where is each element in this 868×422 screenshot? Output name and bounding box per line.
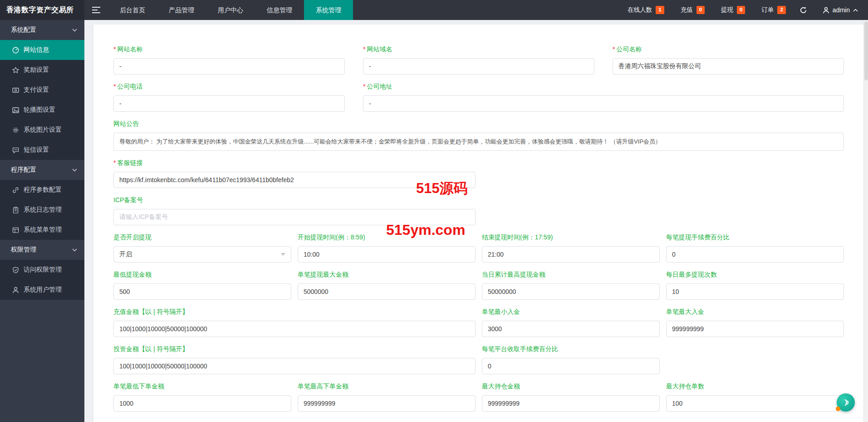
nav-item-system-active[interactable]: 系统管理 [304, 0, 353, 20]
required-asterisk: * [113, 159, 116, 166]
stat-orders[interactable]: 订单 2 [761, 6, 785, 14]
stat-withdraw[interactable]: 提现 0 [721, 6, 745, 14]
field-label: 网站公告 [113, 120, 844, 129]
notification-dot [836, 407, 840, 411]
sidebar-group-permissions[interactable]: 权限管理 [0, 240, 84, 260]
sidebar-item-system-images[interactable]: 系统图片设置 [0, 120, 84, 140]
sidebar-item-banner-settings[interactable]: 轮播图设置 [0, 100, 84, 120]
field-position-max-amount: 最大持仓金额 999999999 [482, 382, 660, 412]
company-phone-input[interactable]: - [113, 95, 345, 112]
sidebar-toggle-button[interactable] [84, 0, 108, 20]
user-menu[interactable]: admin [823, 0, 858, 20]
site-name-input[interactable]: - [113, 58, 345, 74]
sidebar-item-system-menus[interactable]: 系统菜单管理 [0, 220, 84, 240]
withdraw-start-input[interactable]: 10:00 [298, 246, 476, 263]
recharge-amounts-input[interactable]: 100|1000|10000|50000|100000 [113, 321, 476, 337]
log-icon [12, 207, 19, 213]
icp-placeholder: 请输入ICP备案号 [119, 213, 168, 221]
sidebar-item-program-params[interactable]: 程序参数配置 [0, 180, 84, 200]
invest-amounts-input[interactable]: 100|1000|10000|50000|100000 [113, 358, 476, 374]
nav-item-dashboard[interactable]: 后台首页 [108, 0, 157, 20]
deposit-min-input[interactable]: 3000 [482, 321, 660, 337]
deposit-max-input[interactable]: 999999999 [666, 321, 844, 337]
floating-service-button[interactable] [837, 393, 855, 412]
order-min-input[interactable]: 1000 [113, 395, 291, 412]
field-label: *公司地址 [363, 83, 844, 92]
sidebar-item-label: 奖励设置 [24, 66, 49, 74]
chevron-down-icon [72, 169, 77, 172]
position-max-count-input[interactable]: 100 [666, 395, 844, 412]
sidebar-item-label: 系统用户管理 [24, 286, 62, 294]
field-label: *公司电话 [113, 83, 345, 92]
sidebar-item-reward-settings[interactable]: 奖励设置 [0, 60, 84, 80]
sidebar-item-label: 系统图片设置 [24, 126, 62, 134]
withdraw-max-per-input[interactable]: 5000000 [298, 283, 476, 300]
sidebar-item-access-permissions[interactable]: 访问权限管理 [0, 260, 84, 280]
field-platform-fee-pct: 每笔平台收取手续费百分比 0 [482, 345, 660, 374]
field-label: 每笔提现手续费百分比 [666, 233, 844, 243]
field-label: 单笔最高下单金额 [298, 382, 476, 392]
required-asterisk: * [363, 83, 365, 90]
field-label: 充值金额【以 | 符号隔开】 [113, 308, 476, 317]
withdraw-fee-pct-input[interactable]: 0 [666, 246, 844, 263]
field-label: 最大持仓单数 [666, 382, 844, 392]
withdraw-enabled-select[interactable]: 开启 [113, 246, 291, 263]
topbar: 香港数字资产交易所 后台首页 产品管理 用户中心 信息管理 系统管理 在线人数 … [0, 0, 868, 20]
field-label: 单笔最小入金 [482, 308, 660, 317]
sidebar-item-payment-settings[interactable]: 支付设置 [0, 80, 84, 100]
gear-icon [12, 127, 19, 134]
refresh-button[interactable] [799, 0, 807, 20]
field-withdraw-enabled: 是否开启提现 开启 [113, 233, 291, 263]
field-label: *公司名称 [613, 45, 844, 55]
menu-layout-icon [12, 227, 19, 233]
main-content: *网站名称 - *网站域名 - *公司名称 香港周六福珠宝股份有限公司 *公司电… [84, 20, 868, 422]
field-label: 每日最多提现次数 [666, 271, 844, 280]
order-max-input[interactable]: 999999999 [298, 395, 476, 412]
sidebar-item-sms-settings[interactable]: 短信设置 [0, 140, 84, 160]
field-label: 最低提现金额 [113, 271, 291, 280]
company-name-input[interactable]: 香港周六福珠宝股份有限公司 [613, 58, 844, 74]
position-max-amount-input[interactable]: 999999999 [482, 395, 660, 412]
user-icon [823, 7, 829, 14]
username: admin [833, 6, 850, 14]
sidebar-item-label: 程序参数配置 [24, 186, 62, 194]
field-label: 最大持仓金额 [482, 382, 660, 392]
withdraw-daily-max-input[interactable]: 50000000 [482, 283, 660, 300]
sidebar-item-site-info[interactable]: 网站信息 [0, 40, 84, 60]
withdraw-end-input[interactable]: 21:00 [482, 246, 660, 263]
field-withdraw-fee-pct: 每笔提现手续费百分比 0 [666, 233, 844, 263]
sidebar-item-label: 短信设置 [24, 146, 49, 154]
withdraw-min-input[interactable]: 500 [113, 283, 291, 300]
withdraw-daily-times-input[interactable]: 10 [666, 283, 844, 300]
nav-item-info[interactable]: 信息管理 [255, 0, 304, 20]
sidebar-group-system-config[interactable]: 系统配置 [0, 20, 84, 40]
chevron-down-icon [72, 29, 77, 32]
scrollbar-thumb[interactable] [864, 21, 868, 80]
group-header-label: 权限管理 [11, 246, 36, 254]
sidebar-group-program-config[interactable]: 程序配置 [0, 160, 84, 180]
field-deposit-max: 单笔最大入金 999999999 [666, 308, 844, 337]
platform-fee-pct-input[interactable]: 0 [482, 358, 660, 374]
site-domain-input[interactable]: - [363, 58, 594, 74]
refresh-icon [799, 6, 807, 14]
select-caret-icon [281, 253, 285, 256]
nav-item-products[interactable]: 产品管理 [157, 0, 206, 20]
sound-waves-icon [840, 397, 851, 408]
stat-online-users[interactable]: 在线人数 1 [628, 6, 664, 14]
company-address-input[interactable]: - [363, 95, 844, 112]
sidebar-item-system-logs[interactable]: 系统日志管理 [0, 200, 84, 220]
watermark-515ym: 515ym.com [386, 222, 465, 238]
group-header-label: 程序配置 [11, 166, 36, 174]
link-icon [12, 187, 19, 194]
vertical-scrollbar[interactable] [863, 20, 868, 422]
image-icon [12, 107, 19, 114]
field-company-name: *公司名称 香港周六福珠宝股份有限公司 [613, 45, 844, 74]
sidebar-item-system-users[interactable]: 系统用户管理 [0, 280, 84, 300]
field-recharge-amounts: 充值金额【以 | 符号隔开】 100|1000|10000|50000|1000… [113, 308, 476, 337]
watermark-515-source: 515源码 [416, 179, 468, 198]
field-label: 单笔最大入金 [666, 308, 844, 317]
announcement-textarea[interactable]: 尊敬的用户： 为了给大家带来更好的体验，中国金荣这几天系统在升级......可能… [113, 133, 844, 151]
stat-recharge[interactable]: 充值 0 [681, 6, 705, 14]
nav-item-users[interactable]: 用户中心 [206, 0, 255, 20]
sidebar-item-label: 访问权限管理 [24, 266, 62, 274]
